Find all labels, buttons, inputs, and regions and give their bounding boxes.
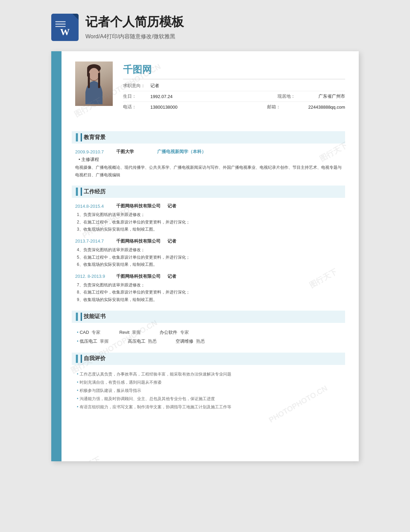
skills-header: 技能证书 [72,311,345,323]
evaluation-title: 自我评价 [84,355,106,362]
page-header: W 记者个人简历模板 Word/A4打印/内容随意修改/微软雅黑 [51,7,359,44]
skill-level-1-2: 熟悉 [195,339,205,344]
edu-courses: 电视摄像、广播电视概论、现代传播学、公共关系学、广播电视新闻采访与写作、外国广播… [75,164,345,179]
section-bar-accent-1 [81,133,82,141]
duty-1-0: 4、负责深化图纸的送审并跟进修改； [75,246,345,254]
section-bar-1 [76,133,78,141]
profile-name: 千图网 [123,63,345,79]
duty-0-0: 1、负责深化图纸的送审并跟进修改； [75,211,345,219]
skills-row-1: 低压电工 掌握 高压电工 熟悉 空调维修 熟悉 [75,337,345,346]
section-bar-accent-4 [81,355,82,363]
profile-section: 千图网 求职意向： 记者 生日： 1992.07.24 现居地： 广东省广州市 [75,62,345,121]
education-entry: 2009.9-2010.7 千图大学 广播电视新闻学（本科） 主修课程 电视摄像… [75,149,345,179]
email-value: 224438888qq.com [308,105,345,110]
eval-item-1: 时刻充满自信，有责任感，遇到问题从不推诿 [75,378,345,386]
work-header: 工作经历 [72,186,345,198]
section-bar-accent-2 [81,188,82,196]
skill-level-1-0: 掌握 [99,339,116,344]
work-date-2: 2012. 8-2013.9 [75,274,116,279]
word-icon: W [51,14,79,41]
svg-rect-5 [98,73,100,88]
phone-label: 电话： [123,104,150,110]
work-duties-0: 1、负责深化图纸的送审并跟进修改； 2、在施工过程中，收集原设计单位的变更资料，… [75,211,345,233]
work-entry-1: 2013.7-2014.7 千图网络科技有限公司 记者 4、负责深化图纸的送审并… [75,238,345,269]
section-bar-3 [76,313,78,321]
profile-contact-row: 电话： 13800138000 邮箱： 224438888qq.com [123,104,345,112]
skill-name-0-1: Revit [119,330,129,335]
section-bar-2 [76,188,78,196]
work-title: 工作经历 [84,188,106,195]
skill-name-0-0: CAD [80,330,89,335]
edu-school: 千图大学 [116,149,157,155]
skill-level-0-1: 掌握 [131,330,148,335]
work-duties-1: 4、负责深化图纸的送审并跟进修改； 5、在施工过程中，收集原设计单位的变更资料，… [75,246,345,269]
skill-name-1-1: 高压电工 [128,339,146,344]
work-entry-2: 2012. 8-2013.9 千图网络科技有限公司 记者 7、负责深化图纸的送审… [75,273,345,304]
work-job-title-1: 记者 [167,238,176,244]
work-job-title-0: 记者 [167,203,176,209]
duty-2-2: 9、收集现场的实际安装结果，绘制竣工图。 [75,296,345,304]
skill-name-1-2: 空调维修 [176,339,193,344]
work-company-0: 千图网络科技有限公司 [116,203,167,209]
skills-title: 技能证书 [84,313,106,320]
evaluation-list: 工作态度认真负责，办事效率高，工程经验丰富，能采取有效办法快速解决专业问题 时刻… [75,370,345,411]
eval-item-4: 有语言组织能力，应书写文案，制作清华文案，协调指导工地施工计划及施工工作等 [75,403,345,411]
eval-item-2: 积极参与团队建设，服从领导指示 [75,386,345,395]
eval-item-3: 沟通能力强，能及时协调顾问、业主、总包及其他专业分包，保证施工进度 [75,395,345,403]
evaluation-section: 自我评价 工作态度认真负责，办事效率高，工程经验丰富，能采取有效办法快速解决专业… [75,353,345,411]
skill-name-0-2: 办公软件 [160,330,177,335]
work-date-1: 2013.7-2014.7 [75,238,116,244]
work-company-2: 千图网络科技有限公司 [116,273,167,279]
email-label: 邮箱： [267,104,295,110]
work-company-1: 千图网络科技有限公司 [116,238,167,244]
work-section: 工作经历 2014.8-2015.4 千图网络科技有限公司 记者 1、负责深化图… [75,186,345,303]
resume-paper: 图行天下 PHOTOPHOTO.CN 图行天下 PHOTOPHOTO.CN 图行… [51,51,359,461]
eval-item-0: 工作态度认真负责，办事效率高，工程经验丰富，能采取有效办法快速解决专业问题 [75,370,345,378]
duty-2-0: 7、负责深化图纸的送审并跟进修改； [75,282,345,289]
profile-photo [75,62,113,106]
intention-label: 求职意向： [123,83,150,89]
intention-value: 记者 [150,83,345,89]
work-date-0: 2014.8-2015.4 [75,204,116,209]
skill-name-1-0: 低压电工 [80,339,97,344]
skill-level-1-1: 熟悉 [147,339,164,344]
education-title: 教育背景 [84,134,106,141]
education-section: 教育背景 2009.9-2010.7 千图大学 广播电视新闻学（本科） 主修课程… [75,131,345,179]
page-subtitle: Word/A4打印/内容随意修改/微软雅黑 [85,33,359,40]
duty-0-2: 3、收集现场的实际安装结果，绘制竣工图。 [75,226,345,233]
skills-section: 技能证书 CAD 专家 Revit 掌握 办公软件 专家 [75,311,345,346]
skills-list: CAD 专家 Revit 掌握 办公软件 专家 低压电工 掌握 高压电工 [75,328,345,346]
sidebar-accent [51,51,62,461]
location-label: 现居地： [277,93,305,99]
birth-value: 1992.07.24 [150,94,277,99]
svg-rect-4 [88,73,90,88]
skill-level-0-2: 专家 [179,330,189,335]
birth-label: 生日： [123,93,150,99]
section-bar-4 [76,355,78,363]
profile-intention-row: 求职意向： 记者 [123,83,345,91]
svg-point-3 [89,68,99,80]
profile-birth-row: 生日： 1992.07.24 现居地： 广东省广州市 [123,93,345,102]
phone-value: 13800138000 [150,105,267,110]
duty-0-1: 2、在施工过程中，收集原设计单位的变更资料，并进行深化； [75,219,345,226]
edu-course-label: 主修课程 [79,156,345,163]
education-header: 教育背景 [72,131,345,144]
location-value: 广东省广州市 [318,93,345,99]
work-job-title-2: 记者 [167,273,176,279]
duty-2-1: 8、在施工过程中，收集原设计单位的变更资料，并进行深化； [75,289,345,296]
duty-1-2: 6、收集现场的实际安装结果，绘制竣工图。 [75,261,345,269]
edu-date: 2009.9-2010.7 [75,149,116,154]
skills-row-0: CAD 专家 Revit 掌握 办公软件 专家 [75,328,345,337]
section-bar-accent-3 [81,313,82,321]
work-duties-2: 7、负责深化图纸的送审并跟进修改； 8、在施工过程中，收集原设计单位的变更资料，… [75,282,345,304]
edu-major: 广播电视新闻学（本科） [157,149,206,155]
skill-level-0-0: 专家 [90,330,108,335]
page-title: 记者个人简历模板 [85,14,359,30]
duty-1-1: 5、在施工过程中，收集原设计单位的变更资料，并进行深化； [75,254,345,261]
evaluation-header: 自我评价 [72,353,345,365]
work-entry-0: 2014.8-2015.4 千图网络科技有限公司 记者 1、负责深化图纸的送审并… [75,203,345,233]
